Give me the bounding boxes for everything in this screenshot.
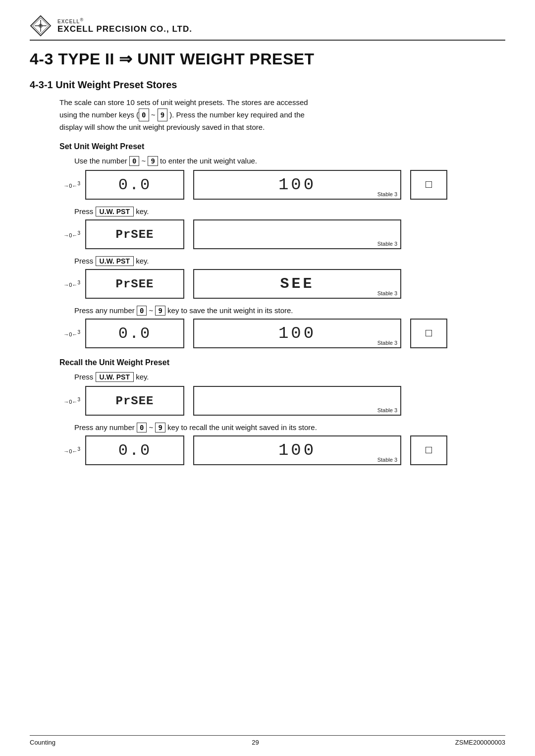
arrow-annotation-2: →0←3 bbox=[54, 230, 80, 239]
set-display-1: →0←3 0.0 100 Stable 3 □ bbox=[54, 170, 505, 200]
panels-group-3: PrSEE SEE Stable 3 bbox=[85, 269, 401, 299]
stable-label-4: Stable 3 bbox=[377, 340, 397, 346]
display-panel-left-3: PrSEE bbox=[85, 269, 184, 299]
display-value-right-r2: 100 bbox=[278, 441, 316, 460]
key-0-header: 0 bbox=[139, 108, 149, 121]
display-panel-right-r2: 100 Stable 3 bbox=[193, 435, 401, 465]
panels-group-1: 0.0 100 Stable 3 □ bbox=[85, 170, 447, 200]
excell-logo: ® bbox=[30, 15, 52, 37]
key-0-set1: 0 bbox=[129, 156, 139, 166]
display-panel-small-4: □ bbox=[410, 319, 447, 348]
section-431-body: The scale can store 10 sets of unit weig… bbox=[30, 97, 505, 133]
stable-label-r2: Stable 3 bbox=[377, 457, 397, 463]
recall-preset-heading: Recall the Unit Weight Preset bbox=[30, 358, 505, 367]
display-panel-left-r1: PrSEE bbox=[85, 386, 184, 416]
display-value-left-r2: 0.0 bbox=[118, 441, 152, 460]
section-431-heading: 4-3-1 Unit Weight Preset Stores bbox=[30, 79, 505, 91]
set-display-3: →0←3 PrSEE SEE Stable 3 bbox=[54, 269, 505, 299]
key-uwpst-2: U.W. PST bbox=[96, 256, 134, 266]
panels-group-r1: PrSEE Stable 3 bbox=[85, 386, 401, 416]
display-value-right-3: SEE bbox=[280, 275, 314, 292]
footer-left: Counting bbox=[30, 739, 55, 746]
arrow-annotation-r2: →0←3 bbox=[54, 446, 80, 455]
display-panel-left-2: PrSEE bbox=[85, 219, 184, 249]
key-uwpst-1: U.W. PST bbox=[96, 207, 134, 216]
display-value-left-r1: PrSEE bbox=[115, 394, 154, 408]
display-panel-small-r2: □ bbox=[410, 435, 447, 465]
set-preset-heading: Set Unit Weight Preset bbox=[30, 142, 505, 151]
display-panel-right-3: SEE Stable 3 bbox=[193, 269, 401, 299]
page-title: 4-3 TYPE II ⇒ UNIT WEIGHT PRESET bbox=[30, 50, 505, 68]
key-9-set4: 9 bbox=[155, 306, 165, 316]
display-panel-right-1: 100 Stable 3 bbox=[193, 170, 401, 200]
panels-group-4: 0.0 100 Stable 3 □ bbox=[85, 319, 447, 348]
recall-display-2: →0←3 0.0 100 Stable 3 □ bbox=[54, 435, 505, 465]
key-9-recall2: 9 bbox=[155, 423, 165, 432]
display-value-left-2: PrSEE bbox=[115, 228, 154, 241]
arrow-annotation-3: →0←3 bbox=[54, 280, 80, 288]
panels-group-r2: 0.0 100 Stable 3 □ bbox=[85, 435, 447, 465]
set-instr4: Press any number 0 ~ 9 key to save the u… bbox=[30, 306, 505, 316]
key-0-set4: 0 bbox=[137, 306, 147, 316]
footer-right: ZSME200000003 bbox=[455, 739, 505, 746]
display-panel-left-r2: 0.0 bbox=[85, 435, 184, 465]
recall-instr2: Press any number 0 ~ 9 key to recall the… bbox=[30, 423, 505, 432]
stable-label-1: Stable 3 bbox=[377, 191, 397, 197]
key-uwpst-recall1: U.W. PST bbox=[96, 372, 134, 382]
display-panel-right-r1: Stable 3 bbox=[193, 386, 401, 416]
set-display-2: →0←3 PrSEE Stable 3 bbox=[54, 219, 505, 249]
set-instr2: Press U.W. PST key. bbox=[30, 207, 505, 216]
body-line1: The scale can store 10 sets of unit weig… bbox=[59, 98, 308, 107]
display-panel-left-4: 0.0 bbox=[85, 319, 184, 348]
set-instr3: Press U.W. PST key. bbox=[30, 256, 505, 266]
display-panel-right-4: 100 Stable 3 bbox=[193, 319, 401, 348]
display-value-left-4: 0.0 bbox=[118, 324, 152, 343]
display-value-left-3: PrSEE bbox=[115, 277, 154, 291]
stable-label-r1: Stable 3 bbox=[377, 407, 397, 413]
body-line2-pre: using the number keys ( bbox=[59, 110, 139, 119]
page-wrapper: ® EXCELL® EXCELL PRECISION CO., LTD. 4-3… bbox=[0, 0, 535, 756]
display-panel-right-2: Stable 3 bbox=[193, 219, 401, 249]
recall-display-1: →0←3 PrSEE Stable 3 bbox=[54, 386, 505, 416]
set-instr1: Use the number 0 ~ 9 to enter the unit w… bbox=[30, 156, 505, 166]
stable-label-2: Stable 3 bbox=[377, 241, 397, 247]
display-value-left-1: 0.0 bbox=[118, 176, 152, 194]
set-display-4: →0←3 0.0 100 Stable 3 □ bbox=[54, 319, 505, 348]
footer: Counting 29 ZSME200000003 bbox=[30, 735, 505, 746]
arrow-annotation-1: →0←3 bbox=[54, 181, 80, 189]
company-name: EXCELL PRECISION CO., LTD. bbox=[57, 24, 192, 34]
panels-group-2: PrSEE Stable 3 bbox=[85, 219, 401, 249]
stable-label-3: Stable 3 bbox=[377, 290, 397, 296]
arrow-annotation-r1: →0←3 bbox=[54, 397, 80, 405]
arrow-annotation-4: →0←3 bbox=[54, 329, 80, 338]
body-line3: display will show the unit weight previo… bbox=[59, 123, 265, 131]
key-0-recall2: 0 bbox=[137, 423, 147, 432]
footer-center: 29 bbox=[252, 739, 259, 746]
key-9-header: 9 bbox=[158, 108, 167, 121]
display-panel-small-1: □ bbox=[410, 170, 447, 200]
display-value-right-1: 100 bbox=[278, 175, 316, 194]
display-panel-left-1: 0.0 bbox=[85, 170, 184, 200]
display-value-right-4: 100 bbox=[278, 324, 316, 343]
key-9-set1: 9 bbox=[148, 156, 158, 166]
header: ® EXCELL® EXCELL PRECISION CO., LTD. bbox=[30, 15, 505, 41]
recall-instr1: Press U.W. PST key. bbox=[30, 372, 505, 382]
